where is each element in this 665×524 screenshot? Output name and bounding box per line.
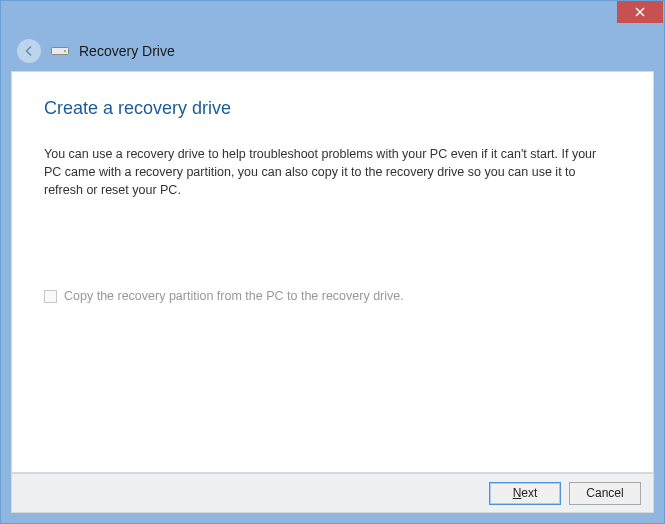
copy-partition-checkbox-row: Copy the recovery partition from the PC …: [44, 289, 621, 303]
svg-point-3: [64, 50, 66, 52]
next-accelerator: N: [513, 486, 522, 500]
back-button: [17, 39, 41, 63]
titlebar: [1, 1, 664, 31]
page-heading: Create a recovery drive: [44, 98, 621, 119]
copy-partition-label: Copy the recovery partition from the PC …: [64, 289, 404, 303]
recovery-drive-wizard-window: Recovery Drive Create a recovery drive Y…: [0, 0, 665, 524]
content-panel: Create a recovery drive You can use a re…: [11, 71, 654, 473]
page-description: You can use a recovery drive to help tro…: [44, 145, 604, 199]
wizard-header: Recovery Drive: [1, 31, 664, 71]
close-icon: [635, 7, 645, 17]
wizard-footer: Next Cancel: [11, 473, 654, 513]
header-title: Recovery Drive: [79, 43, 175, 59]
copy-partition-checkbox: [44, 290, 57, 303]
next-button[interactable]: Next: [489, 482, 561, 505]
back-arrow-icon: [22, 44, 36, 58]
close-button[interactable]: [617, 1, 663, 23]
next-label-rest: ext: [521, 486, 537, 500]
cancel-button[interactable]: Cancel: [569, 482, 641, 505]
drive-icon: [51, 44, 69, 58]
